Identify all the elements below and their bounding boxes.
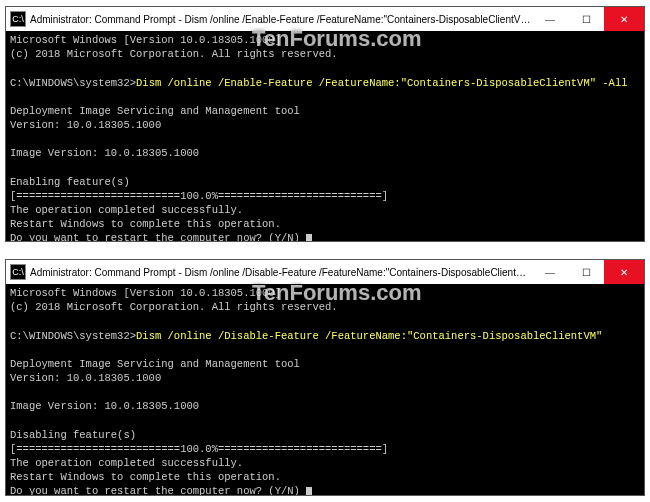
cmd-icon: C:\ bbox=[10, 11, 26, 27]
window-title: Administrator: Command Prompt - Dism /on… bbox=[30, 14, 532, 25]
output-line: Microsoft Windows [Version 10.0.18305.10… bbox=[10, 34, 281, 46]
progress-bar: [==========================100.0%=======… bbox=[10, 190, 388, 202]
output-line: The operation completed successfully. bbox=[10, 457, 243, 469]
cursor bbox=[306, 234, 312, 241]
output-line: Deployment Image Servicing and Managemen… bbox=[10, 358, 300, 370]
cursor bbox=[306, 487, 312, 495]
maximize-button[interactable]: ☐ bbox=[568, 7, 604, 31]
output-line: Restart Windows to complete this operati… bbox=[10, 471, 281, 483]
output-line: The operation completed successfully. bbox=[10, 204, 243, 216]
cmd-window-enable: C:\ Administrator: Command Prompt - Dism… bbox=[5, 6, 645, 242]
window-controls: — ☐ ✕ bbox=[532, 260, 644, 284]
window-controls: — ☐ ✕ bbox=[532, 7, 644, 31]
command-text: Dism /online /Disable-Feature /FeatureNa… bbox=[136, 330, 602, 342]
command-text: Dism /online /Enable-Feature /FeatureNam… bbox=[136, 77, 627, 89]
cmd-icon: C:\ bbox=[10, 264, 26, 280]
output-line: Microsoft Windows [Version 10.0.18305.10… bbox=[10, 287, 281, 299]
output-line: Disabling feature(s) bbox=[10, 429, 136, 441]
titlebar[interactable]: C:\ Administrator: Command Prompt - Dism… bbox=[6, 260, 644, 284]
output-line: Enabling feature(s) bbox=[10, 176, 130, 188]
output-line: Image Version: 10.0.18305.1000 bbox=[10, 147, 199, 159]
output-line: Restart Windows to complete this operati… bbox=[10, 218, 281, 230]
output-line: Image Version: 10.0.18305.1000 bbox=[10, 400, 199, 412]
minimize-button[interactable]: — bbox=[532, 260, 568, 284]
output-line: Version: 10.0.18305.1000 bbox=[10, 119, 161, 131]
prompt: C:\WINDOWS\system32> bbox=[10, 330, 136, 342]
output-line: Deployment Image Servicing and Managemen… bbox=[10, 105, 300, 117]
maximize-button[interactable]: ☐ bbox=[568, 260, 604, 284]
close-button[interactable]: ✕ bbox=[604, 260, 644, 284]
restart-prompt: Do you want to restart the computer now?… bbox=[10, 232, 306, 241]
restart-prompt: Do you want to restart the computer now?… bbox=[10, 485, 306, 495]
window-title: Administrator: Command Prompt - Dism /on… bbox=[30, 267, 532, 278]
output-line: Version: 10.0.18305.1000 bbox=[10, 372, 161, 384]
minimize-button[interactable]: — bbox=[532, 7, 568, 31]
prompt: C:\WINDOWS\system32> bbox=[10, 77, 136, 89]
terminal-body[interactable]: Microsoft Windows [Version 10.0.18305.10… bbox=[6, 31, 644, 241]
close-button[interactable]: ✕ bbox=[604, 7, 644, 31]
output-line: (c) 2018 Microsoft Corporation. All righ… bbox=[10, 301, 338, 313]
terminal-body[interactable]: Microsoft Windows [Version 10.0.18305.10… bbox=[6, 284, 644, 495]
cmd-window-disable: C:\ Administrator: Command Prompt - Dism… bbox=[5, 259, 645, 496]
output-line: (c) 2018 Microsoft Corporation. All righ… bbox=[10, 48, 338, 60]
titlebar[interactable]: C:\ Administrator: Command Prompt - Dism… bbox=[6, 7, 644, 31]
progress-bar: [==========================100.0%=======… bbox=[10, 443, 388, 455]
